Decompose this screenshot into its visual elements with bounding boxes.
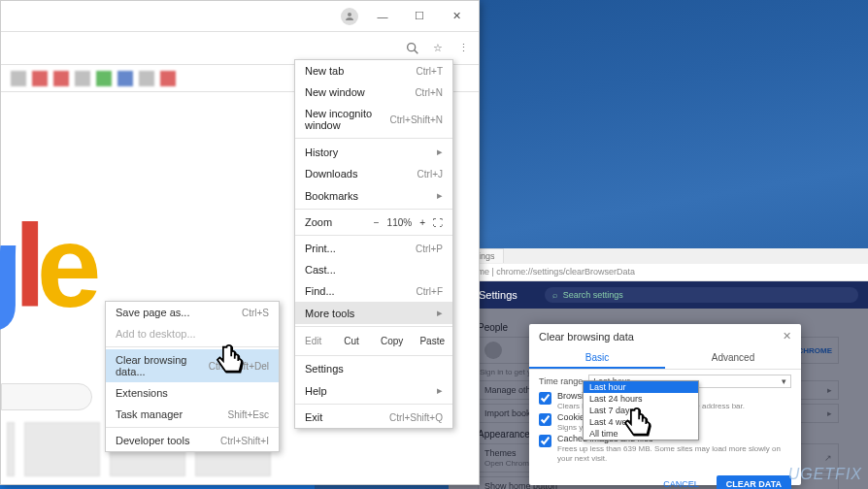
site-thumbnail[interactable]: [24, 422, 100, 476]
watermark: UGETFIX: [788, 466, 862, 483]
svg-line-2: [414, 49, 417, 53]
submenu-extensions[interactable]: Extensions: [106, 382, 279, 404]
menu-exit[interactable]: ExitCtrl+Shift+Q: [295, 407, 452, 428]
submenu-task-manager[interactable]: Task managerShift+Esc: [106, 404, 279, 425]
zoom-icon[interactable]: [405, 41, 420, 56]
menu-print[interactable]: Print...Ctrl+P: [295, 238, 452, 259]
menu-new-window[interactable]: New windowCtrl+N: [295, 82, 452, 103]
menu-zoom: Zoom − 110% + ⛶: [295, 212, 452, 233]
bookmark-item[interactable]: [160, 71, 176, 86]
site-thumbnail[interactable]: [7, 422, 15, 476]
bookmark-item[interactable]: [117, 71, 133, 86]
menu-bookmarks[interactable]: Bookmarks▸: [295, 184, 452, 207]
settings-title: Settings: [479, 289, 517, 301]
zoom-in-button[interactable]: +: [419, 217, 425, 228]
menu-more-tools[interactable]: More tools▸: [295, 302, 452, 324]
tab-basic[interactable]: Basic: [529, 348, 665, 369]
search-bar-fragment[interactable]: [1, 383, 92, 410]
zoom-out-button[interactable]: −: [374, 217, 380, 228]
more-tools-submenu: Save page as...Ctrl+S Add to desktop... …: [105, 301, 280, 452]
submenu-add-desktop: Add to desktop...: [106, 323, 279, 344]
menu-copy[interactable]: Copy: [372, 333, 413, 349]
profile-icon[interactable]: [341, 8, 358, 25]
bookmark-item[interactable]: [75, 71, 90, 86]
bookmark-item[interactable]: [53, 71, 69, 86]
menu-history[interactable]: History▸: [295, 141, 452, 163]
close-button[interactable]: ✕: [438, 3, 475, 30]
menu-edit-row: Edit Cut Copy Paste: [295, 329, 452, 353]
bookmark-item[interactable]: [96, 71, 112, 86]
bookmark-star-icon[interactable]: ☆: [430, 41, 446, 56]
menu-find[interactable]: Find...Ctrl+F: [295, 280, 452, 302]
google-logo-fragment: gle: [0, 199, 91, 333]
checkbox[interactable]: [539, 435, 551, 447]
submenu-developer-tools[interactable]: Developer toolsCtrl+Shift+I: [106, 430, 279, 451]
menu-new-incognito[interactable]: New incognito windowCtrl+Shift+N: [295, 103, 452, 136]
bookmark-item[interactable]: [32, 71, 48, 86]
menu-settings[interactable]: Settings: [295, 358, 452, 379]
checkbox[interactable]: [539, 392, 551, 405]
submenu-save-page[interactable]: Save page as...Ctrl+S: [106, 302, 279, 323]
bookmark-item[interactable]: [139, 71, 154, 86]
settings-search-input[interactable]: ⌕ Search settings: [545, 287, 858, 303]
menu-help[interactable]: Help▸: [295, 379, 452, 402]
titlebar: — ☐ ✕: [1, 1, 479, 32]
menu-cast[interactable]: Cast...: [295, 259, 452, 280]
tab-advanced[interactable]: Advanced: [665, 348, 801, 369]
menu-downloads[interactable]: DownloadsCtrl+J: [295, 163, 452, 184]
menu-new-tab[interactable]: New tabCtrl+T: [295, 60, 452, 82]
dialog-title: Clear browsing data: [539, 331, 634, 342]
fullscreen-icon[interactable]: ⛶: [433, 217, 443, 228]
zoom-value: 110%: [387, 217, 413, 228]
option-last-24-hours[interactable]: Last 24 hours: [584, 393, 698, 405]
time-range-label: Time range: [539, 376, 583, 386]
address-bar[interactable]: Chrome | chrome://settings/clearBrowserD…: [449, 264, 868, 281]
svg-point-0: [348, 13, 351, 16]
settings-header: ☰ Settings ⌕ Search settings: [449, 281, 868, 309]
checkbox[interactable]: [539, 413, 551, 426]
option-last-hour[interactable]: Last hour: [584, 381, 698, 393]
menu-cut[interactable]: Cut: [331, 333, 372, 349]
kebab-menu-icon[interactable]: ⋮: [455, 41, 471, 56]
search-icon: ⌕: [552, 290, 557, 300]
submenu-clear-browsing-data[interactable]: Clear browsing data...Ctrl+Shift+Del: [106, 349, 279, 382]
menu-edit-label: Edit: [295, 336, 331, 346]
bookmark-item[interactable]: [11, 71, 26, 86]
cancel-button[interactable]: CANCEL: [653, 475, 709, 489]
cursor-hand-icon: [619, 406, 656, 442]
close-icon[interactable]: ✕: [783, 330, 791, 342]
chevron-down-icon: ▾: [782, 376, 786, 386]
cursor-hand-icon: [212, 342, 249, 379]
menu-paste[interactable]: Paste: [412, 333, 452, 349]
chrome-main-menu: New tabCtrl+T New windowCtrl+N New incog…: [294, 59, 453, 429]
maximize-button[interactable]: ☐: [401, 3, 438, 30]
clear-data-button[interactable]: CLEAR DATA: [717, 475, 791, 489]
minimize-button[interactable]: —: [364, 3, 401, 30]
